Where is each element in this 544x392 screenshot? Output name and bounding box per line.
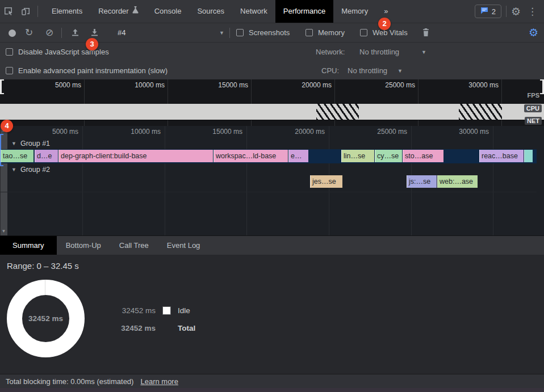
flame-chart-timeline[interactable]: 5000 ms10000 ms15000 ms20000 ms25000 ms3… <box>0 126 544 235</box>
tab-console[interactable]: Console <box>147 0 190 23</box>
web-vitals-checkbox[interactable] <box>360 29 367 36</box>
session-select[interactable]: #4 <box>118 23 125 43</box>
overview-right-handle[interactable] <box>540 79 544 94</box>
trash-icon[interactable] <box>421 28 430 39</box>
load-profile-icon[interactable] <box>70 28 80 39</box>
footer-bar: Total blocking time: 0.00ms (estimated) … <box>0 374 544 388</box>
cpu-lane-label: CPU <box>524 104 542 112</box>
divider <box>506 6 507 17</box>
tab-network[interactable]: Network <box>232 0 275 23</box>
inspect-element-icon[interactable] <box>0 0 17 23</box>
overview-net-separator <box>0 120 544 120</box>
cpu-throttle-label: CPU: <box>321 66 339 75</box>
flask-icon <box>132 0 139 23</box>
donut-total-label: 32452 ms <box>7 280 85 357</box>
timeline-overview[interactable]: 5000 ms10000 ms15000 ms20000 ms25000 ms3… <box>0 79 544 126</box>
tab-performance[interactable]: Performance <box>275 0 333 23</box>
flame-bar[interactable]: d…e <box>35 150 58 162</box>
tab-call-tree[interactable]: Call Tree <box>110 236 158 255</box>
devtools-window: Elements Recorder Console Sources Networ… <box>0 0 544 392</box>
flame-bar[interactable]: dep-graph-client:build-base <box>58 150 213 162</box>
summary-pane: Range: 0 – 32.45 s 32452 ms 32452 ms Idl… <box>0 255 544 374</box>
chat-bubble-icon <box>480 7 488 16</box>
network-throttle-label: Network: <box>316 48 345 56</box>
flame-bar[interactable] <box>524 150 533 162</box>
flame-bar[interactable]: tao…se <box>1 150 34 162</box>
capture-settings-gear-icon[interactable]: ⚙ <box>529 23 538 43</box>
flame-bar[interactable]: web:…ase <box>437 175 478 188</box>
cpu-busy-region <box>316 104 359 120</box>
annotation-badge-3[interactable]: 3 <box>86 38 98 50</box>
flame-bar[interactable]: lin…se <box>341 150 374 162</box>
console-messages-badge[interactable]: 2 <box>475 5 501 18</box>
details-tabbar: Summary Bottom-Up Call Tree Event Log <box>0 235 544 255</box>
flame-bar[interactable]: workspac…ld-base <box>214 150 288 162</box>
annotation-badge-2[interactable]: 2 <box>378 18 391 30</box>
devtools-tabbar: Elements Recorder Console Sources Networ… <box>0 0 544 23</box>
timeline-gridline <box>82 126 83 235</box>
learn-more-link[interactable]: Learn more <box>140 377 178 386</box>
cpu-dropdown-arrow-icon[interactable]: ▼ <box>397 68 403 74</box>
disable-js-samples-checkbox[interactable] <box>6 48 13 56</box>
legend-row-total: 32452 ms Total <box>118 324 195 332</box>
device-toolbar-icon[interactable] <box>17 0 34 23</box>
save-profile-icon[interactable] <box>90 28 99 39</box>
overview-left-handle[interactable] <box>0 79 4 94</box>
window-edge <box>0 388 544 392</box>
total-blocking-time-text: Total blocking time: 0.00ms (estimated) <box>6 377 133 386</box>
flame-bar[interactable]: cy…se <box>375 150 402 162</box>
range-text: Range: 0 – 32.45 s <box>7 261 79 271</box>
total-label: Total <box>178 324 195 332</box>
idle-label: Idle <box>178 306 190 315</box>
group2-header[interactable]: ▼ Group #2 <box>11 166 50 174</box>
flame-bar[interactable]: js:…se <box>407 175 437 188</box>
scroll-down-icon[interactable]: ▼ <box>0 229 7 234</box>
settings-gear-icon[interactable]: ⚙ <box>511 5 521 18</box>
advanced-paint-checkbox[interactable] <box>6 67 13 74</box>
flame-bar[interactable]: jes…se <box>310 175 342 188</box>
total-value: 32452 ms <box>118 324 156 332</box>
memory-checkbox[interactable] <box>306 29 313 36</box>
timeline-gridline <box>493 126 493 235</box>
timeline-tick-label: 20000 ms <box>274 128 325 136</box>
legend-row-idle: 32452 ms Idle <box>118 306 190 315</box>
timeline-gridline <box>246 126 247 235</box>
screenshots-checkbox[interactable] <box>236 29 244 36</box>
tab-summary[interactable]: Summary <box>0 236 57 255</box>
flame-bar[interactable]: reac…base <box>479 150 524 162</box>
screenshots-label: Screenshots <box>249 23 290 43</box>
tabbar-right-cluster: 2 ⚙ ⋮ <box>475 0 539 23</box>
overview-tick-label: 5000 ms <box>30 81 81 89</box>
tab-recorder[interactable]: Recorder <box>90 0 146 23</box>
chevron-down-icon: ▼ <box>11 141 16 146</box>
tab-memory[interactable]: Memory <box>333 0 376 23</box>
tab-event-log[interactable]: Event Log <box>158 236 210 255</box>
network-dropdown-arrow-icon[interactable]: ▼ <box>421 49 426 55</box>
session-dropdown-arrow-icon[interactable]: ▼ <box>219 23 224 43</box>
flame-bar[interactable]: e… <box>288 150 308 162</box>
kebab-menu-icon[interactable]: ⋮ <box>525 6 539 18</box>
group1-header[interactable]: ▼ Group #1 <box>11 140 50 147</box>
timeline-tick-label: 5000 ms <box>27 128 78 136</box>
tab-elements[interactable]: Elements <box>44 0 90 23</box>
reload-and-record-icon[interactable]: ↻ <box>25 23 33 43</box>
annotation-badge-4[interactable]: 4 <box>1 120 13 132</box>
net-lane-label: NET <box>525 117 542 125</box>
advanced-paint-label: Enable advanced paint instrumentation (s… <box>18 66 168 75</box>
timeline-gridline <box>165 126 165 235</box>
flame-bar[interactable]: sto…ase <box>403 150 443 162</box>
network-throttle-select[interactable]: No throttling <box>359 48 399 56</box>
record-button[interactable] <box>9 29 16 37</box>
clear-icon[interactable]: ⊘ <box>45 23 53 43</box>
memory-label: Memory <box>318 23 345 43</box>
panel-tabs: Elements Recorder Console Sources Networ… <box>44 0 396 23</box>
tab-sources[interactable]: Sources <box>189 0 232 23</box>
divider <box>229 28 230 38</box>
cpu-throttle-select[interactable]: No throttling <box>348 66 387 75</box>
tab-bottom-up[interactable]: Bottom-Up <box>57 236 110 255</box>
chevron-down-icon: ▼ <box>11 167 16 172</box>
overview-tick-label: 15000 ms <box>197 81 248 89</box>
performance-toolbar: ↻ ⊘ #4 ▼ Screenshots Memory Web Vitals ⚙ <box>0 23 544 42</box>
timeline-tick-label: 10000 ms <box>110 128 161 136</box>
capture-options-pane: Disable JavaScript samples Network: No t… <box>0 42 544 79</box>
